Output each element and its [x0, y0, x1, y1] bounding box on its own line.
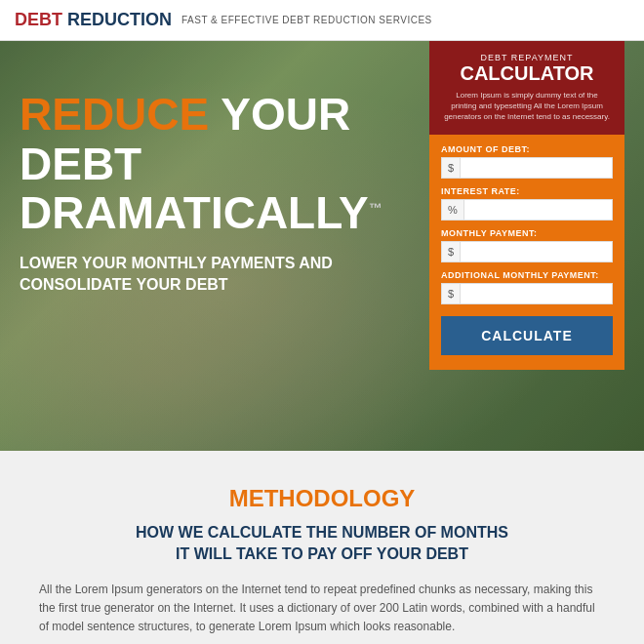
methodology-subtitle-line2: IT WILL TAKE TO PAY OFF YOUR DEBT — [176, 545, 468, 562]
monthly-label: MONTHLY PAYMENT: — [441, 228, 613, 238]
calculator-header: DEBT REPAYMENT CALCULATOR Lorem Ipsum is… — [429, 41, 624, 135]
amount-label: AMOUNT OF DEBT: — [441, 144, 613, 154]
brand-reduction: REDUCTION — [67, 10, 172, 29]
methodology-title: METHODOLOGY — [39, 485, 605, 512]
header: DEBT REDUCTION FAST & EFFECTIVE DEBT RED… — [0, 0, 644, 41]
additional-prefix: $ — [442, 284, 461, 303]
methodology-subtitle: HOW WE CALCULATE THE NUMBER OF MONTHS IT… — [39, 522, 605, 566]
additional-input[interactable] — [461, 284, 612, 303]
calc-header-subtitle: DEBT REPAYMENT — [444, 53, 610, 62]
amount-input[interactable] — [461, 158, 612, 178]
calculate-button[interactable]: CALCULATE — [441, 316, 613, 355]
brand-debt: DEBT — [15, 10, 62, 29]
monthly-field: MONTHLY PAYMENT: $ — [441, 228, 613, 262]
header-tagline: FAST & EFFECTIVE DEBT REDUCTION SERVICES — [181, 15, 432, 25]
hero-title-reduce: REDUCE — [20, 89, 209, 140]
monthly-input-wrap: $ — [441, 241, 613, 262]
amount-field: AMOUNT OF DEBT: $ — [441, 144, 613, 179]
monthly-input[interactable] — [461, 242, 612, 262]
calculator-body: AMOUNT OF DEBT: $ INTEREST RATE: % MONTH… — [429, 135, 624, 370]
rate-field: INTEREST RATE: % — [441, 186, 613, 221]
hero-title: REDUCE YOUR DEBT DRAMATICALLY™ — [20, 90, 410, 238]
calculator-panel: DEBT REPAYMENT CALCULATOR Lorem Ipsum is… — [429, 41, 624, 370]
monthly-prefix: $ — [442, 242, 461, 262]
amount-prefix: $ — [442, 158, 461, 178]
hero-title-dramatically: DRAMATICALLY — [20, 187, 369, 238]
brand-logo: DEBT REDUCTION — [15, 10, 172, 30]
hero-section: REDUCE YOUR DEBT DRAMATICALLY™ LOWER YOU… — [0, 41, 644, 451]
rate-input-wrap: % — [441, 199, 613, 221]
rate-input[interactable] — [464, 200, 612, 220]
calc-header-title: CALCULATOR — [444, 62, 610, 85]
additional-label: ADDITIONAL MONTHLY PAYMENT: — [441, 270, 613, 280]
hero-content: REDUCE YOUR DEBT DRAMATICALLY™ LOWER YOU… — [20, 90, 410, 297]
methodology-section: METHODOLOGY HOW WE CALCULATE THE NUMBER … — [0, 451, 644, 644]
calc-header-desc: Lorem Ipsum is simply dummy text of the … — [444, 90, 610, 123]
additional-input-wrap: $ — [441, 283, 613, 304]
rate-label: INTEREST RATE: — [441, 186, 613, 196]
rate-prefix: % — [442, 200, 464, 220]
additional-field: ADDITIONAL MONTHLY PAYMENT: $ — [441, 270, 613, 304]
amount-input-wrap: $ — [441, 157, 613, 179]
hero-subtitle: LOWER YOUR MONTHLY PAYMENTS AND CONSOLID… — [20, 253, 410, 297]
methodology-body: All the Lorem Ipsum generators on the In… — [39, 581, 605, 637]
methodology-subtitle-line1: HOW WE CALCULATE THE NUMBER OF MONTHS — [136, 524, 508, 541]
